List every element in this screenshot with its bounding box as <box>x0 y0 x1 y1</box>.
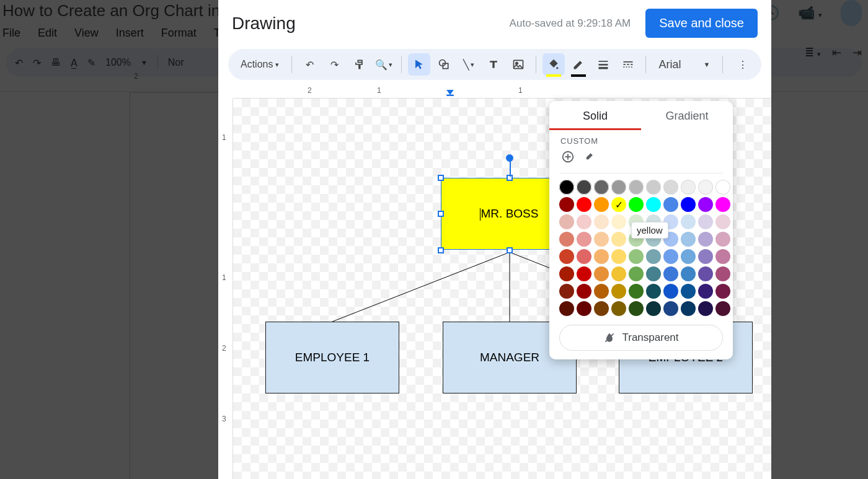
border-weight-button[interactable] <box>592 53 614 76</box>
color-swatch[interactable] <box>559 301 574 316</box>
color-swatch[interactable] <box>629 301 644 316</box>
color-swatch[interactable] <box>681 266 696 281</box>
color-swatch[interactable] <box>594 197 609 212</box>
color-swatch[interactable] <box>611 180 626 195</box>
color-swatch[interactable] <box>715 301 730 316</box>
color-swatch[interactable] <box>715 197 730 212</box>
more-options-icon[interactable]: ⋮ <box>732 53 754 76</box>
color-swatch[interactable] <box>663 284 678 299</box>
select-tool-icon[interactable] <box>408 53 430 76</box>
color-swatch[interactable] <box>594 180 609 195</box>
color-swatch[interactable] <box>698 249 713 264</box>
color-swatch[interactable] <box>698 266 713 281</box>
color-swatch[interactable] <box>681 232 696 247</box>
sel-handle-w[interactable] <box>438 211 444 217</box>
paint-format-icon[interactable] <box>348 53 370 76</box>
color-swatch[interactable] <box>698 232 713 247</box>
sel-handle-sw[interactable] <box>438 247 444 253</box>
fill-color-button[interactable] <box>542 53 565 76</box>
color-swatch[interactable] <box>559 232 574 247</box>
color-swatch[interactable] <box>681 180 696 195</box>
color-swatch[interactable] <box>611 266 626 281</box>
color-swatch[interactable] <box>611 284 626 299</box>
transparent-button[interactable]: Transparent <box>559 325 723 351</box>
textbox-tool-icon[interactable] <box>482 53 505 76</box>
font-dropdown[interactable]: Arial▼ <box>652 58 716 71</box>
color-swatch[interactable] <box>611 249 626 264</box>
save-and-close-button[interactable]: Save and close <box>645 9 758 38</box>
color-swatch[interactable] <box>629 197 644 212</box>
actions-dropdown[interactable]: Actions▾ <box>234 59 285 70</box>
color-swatch[interactable] <box>646 197 661 212</box>
color-swatch[interactable] <box>698 301 713 316</box>
color-swatch[interactable] <box>611 232 626 247</box>
color-swatch[interactable] <box>594 284 609 299</box>
color-swatch[interactable] <box>698 214 713 229</box>
color-swatch[interactable] <box>559 197 574 212</box>
color-swatch[interactable] <box>681 301 696 316</box>
color-swatch[interactable] <box>663 266 678 281</box>
tab-solid[interactable]: Solid <box>549 101 641 130</box>
rotation-handle[interactable] <box>506 154 513 162</box>
color-swatch[interactable] <box>646 284 661 299</box>
redo-icon[interactable]: ↷ <box>323 53 345 76</box>
color-swatch[interactable] <box>715 214 730 229</box>
color-swatch[interactable] <box>629 249 644 264</box>
add-custom-color-icon[interactable] <box>560 149 575 164</box>
color-swatch[interactable] <box>611 214 626 229</box>
color-swatch[interactable] <box>594 214 609 229</box>
color-swatch[interactable] <box>715 284 730 299</box>
color-swatch[interactable] <box>594 232 609 247</box>
color-swatch[interactable] <box>594 249 609 264</box>
zoom-icon[interactable]: 🔍▾ <box>373 53 395 76</box>
color-swatch[interactable] <box>629 180 644 195</box>
color-swatch[interactable] <box>646 301 661 316</box>
color-swatch[interactable] <box>577 266 591 281</box>
color-swatch[interactable] <box>715 266 730 281</box>
color-swatch[interactable] <box>663 180 678 195</box>
color-swatch[interactable] <box>629 266 644 281</box>
undo-icon[interactable]: ↶ <box>298 53 321 76</box>
color-swatch[interactable] <box>629 284 644 299</box>
color-swatch[interactable]: ✓ <box>611 197 626 212</box>
color-swatch[interactable] <box>577 249 591 264</box>
color-swatch[interactable] <box>698 180 713 195</box>
color-swatch[interactable] <box>715 232 730 247</box>
drawing-canvas[interactable]: MR. BOSS EMPLOYEE 1 MANAGER EMPLOYEE 2 S… <box>233 99 771 479</box>
border-color-button[interactable] <box>567 53 590 76</box>
color-swatch[interactable] <box>577 284 591 299</box>
color-swatch[interactable] <box>681 197 696 212</box>
color-swatch[interactable] <box>577 197 591 212</box>
color-swatch[interactable] <box>646 266 661 281</box>
color-swatch[interactable] <box>594 301 609 316</box>
color-swatch[interactable] <box>646 249 661 264</box>
color-swatch[interactable] <box>611 301 626 316</box>
color-swatch[interactable] <box>663 301 678 316</box>
color-swatch[interactable] <box>698 197 713 212</box>
color-swatch[interactable] <box>559 180 574 195</box>
image-tool-icon[interactable] <box>507 53 529 76</box>
shape-employee-1[interactable]: EMPLOYEE 1 <box>265 322 399 393</box>
color-swatch[interactable] <box>715 180 730 195</box>
color-swatch[interactable] <box>681 214 696 229</box>
color-swatch[interactable] <box>646 180 661 195</box>
color-swatch[interactable] <box>663 197 678 212</box>
color-swatch[interactable] <box>577 180 591 195</box>
color-swatch[interactable] <box>594 266 609 281</box>
sel-handle-s[interactable] <box>507 247 513 253</box>
shape-tool-icon[interactable] <box>433 53 455 76</box>
tab-gradient[interactable]: Gradient <box>641 101 733 130</box>
color-swatch[interactable] <box>559 214 574 229</box>
eyedropper-icon[interactable] <box>582 149 596 164</box>
color-swatch[interactable] <box>559 284 574 299</box>
sel-handle-nw[interactable] <box>438 175 444 181</box>
border-dash-button[interactable] <box>617 53 639 76</box>
color-swatch[interactable] <box>715 249 730 264</box>
color-swatch[interactable] <box>663 249 678 264</box>
color-swatch[interactable] <box>577 214 591 229</box>
color-swatch[interactable] <box>577 232 591 247</box>
color-swatch[interactable] <box>559 266 574 281</box>
color-swatch[interactable] <box>681 284 696 299</box>
color-swatch[interactable] <box>681 249 696 264</box>
color-swatch[interactable] <box>698 284 713 299</box>
